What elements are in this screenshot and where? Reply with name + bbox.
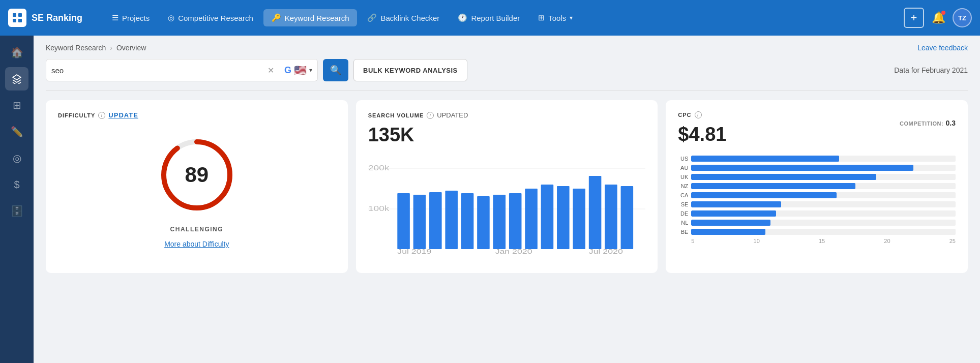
bar-fill-se [691,201,781,207]
nav-item-keyword[interactable]: 🔑 Keyword Research [263,9,358,26]
bar-row-se: SE [678,201,956,207]
svg-rect-12 [429,192,442,249]
sidebar-item-target[interactable]: ◎ [5,146,28,170]
top-navigation: SE Ranking ☰ Projects ◎ Competitive Rese… [0,0,980,36]
search-volume-label: SEARCH VOLUME [368,112,424,118]
svg-rect-15 [477,196,490,249]
logo[interactable]: SE Ranking [8,9,90,27]
bar-bg-nl [691,220,956,226]
cpc-info-icon[interactable]: i [695,111,702,118]
search-button[interactable]: 🔍 [323,59,348,81]
difficulty-status: CHALLENGING [58,226,336,233]
sidebar-item-layers[interactable] [5,67,28,90]
breadcrumb: Keyword Research › Overview Leave feedba… [46,44,968,52]
bar-row-nz: NZ [678,183,956,189]
volume-chart: 200k 100k [368,153,646,255]
nav-label-projects: Projects [122,14,150,22]
cpc-card: CPC i $4.81 COMPETITION: 0.3 US [666,100,968,273]
bar-row-us: US [678,156,956,162]
bar-row-de: DE [678,210,956,217]
svg-rect-0 [13,13,16,17]
search-icon: 🔍 [330,65,341,76]
svg-text:Jul 2020: Jul 2020 [588,248,622,255]
difficulty-update-link[interactable]: Update [108,111,138,119]
breadcrumb-parent[interactable]: Keyword Research [46,44,106,52]
bar-label-nz: NZ [678,183,688,189]
search-volume-header: SEARCH VOLUME i Updated [368,111,646,119]
bar-row-au: AU [678,165,956,171]
bar-bg-se [691,201,956,207]
bar-label-au: AU [678,165,688,171]
nav-item-tools[interactable]: ⊞ Tools ▾ [530,9,581,26]
nav-right: + 🔔 TZ [904,8,972,28]
svg-text:Jul 2019: Jul 2019 [397,248,431,255]
link-icon: 🔗 [367,13,377,22]
nav-item-backlink[interactable]: 🔗 Backlink Checker [359,9,448,26]
notification-dot [941,11,945,15]
bar-row-ca: CA [678,192,956,198]
difficulty-circle-wrap: 89 [58,134,336,216]
bar-label-uk: UK [678,174,688,180]
breadcrumb-current: Overview [116,44,146,52]
search-input-wrap: ✕ [46,59,280,81]
search-volume-status: Updated [437,111,468,119]
sidebar-item-database[interactable]: 🗄️ [5,199,28,223]
bar-label-us: US [678,156,688,162]
cpc-header: CPC i $4.81 COMPETITION: 0.3 [678,111,956,154]
competition-value: 0.3 [946,119,956,127]
chevron-down-icon: ▾ [309,67,312,74]
nav-label-keyword: Keyword Research [285,14,349,22]
svg-rect-11 [413,195,426,249]
search-input[interactable] [51,66,263,75]
svg-rect-13 [445,191,458,249]
grid-icon: ⊞ [538,13,545,22]
competition-label: COMPETITION: [900,120,943,127]
add-button[interactable]: + [904,8,924,28]
bar-bg-uk [691,174,956,180]
bar-bg-us [691,156,956,162]
difficulty-header: DIFFICULTY i Update [58,111,336,119]
search-volume-info-icon[interactable]: i [427,112,434,119]
nav-items: ☰ Projects ◎ Competitive Research 🔑 Keyw… [104,9,900,26]
sidebar-item-dollar[interactable]: $ [5,173,28,196]
clear-icon[interactable]: ✕ [268,66,274,75]
main-content: Keyword Research › Overview Leave feedba… [34,36,980,363]
bar-label-se: SE [678,201,688,207]
difficulty-circle: 89 [156,134,237,216]
bar-label-be: BE [678,229,688,235]
cpc-bar-chart: US AU UK [678,156,956,244]
cards-row: DIFFICULTY i Update 89 [46,100,968,273]
notification-bell[interactable]: 🔔 [929,9,947,27]
leave-feedback-link[interactable]: Leave feedback [917,44,968,52]
sidebar-item-dashboard[interactable]: ⊞ [5,94,28,117]
nav-item-report[interactable]: 🕐 Report Builder [450,9,528,26]
bar-bg-ca [691,192,956,198]
svg-rect-1 [18,13,22,17]
target-icon: ◎ [168,13,174,22]
sidebar-item-home[interactable]: 🏠 [5,41,28,64]
nav-label-report: Report Builder [471,14,520,22]
bulk-keyword-button[interactable]: BULK KEYWORD ANALYSIS [353,59,467,81]
bar-bg-nz [691,183,956,189]
svg-rect-10 [397,193,410,249]
bar-label-ca: CA [678,192,688,198]
difficulty-label: DIFFICULTY [58,112,95,118]
nav-item-projects[interactable]: ☰ Projects [104,9,158,26]
svg-text:200k: 200k [368,164,390,172]
bar-fill-nl [691,220,770,226]
competition-wrap: COMPETITION: 0.3 [900,118,956,128]
difficulty-card: DIFFICULTY i Update 89 [46,100,348,273]
svg-rect-2 [13,19,16,22]
avatar[interactable]: TZ [953,8,972,27]
nav-item-competitive[interactable]: ◎ Competitive Research [160,9,261,26]
bar-fill-au [691,165,913,171]
svg-rect-16 [493,195,506,249]
sidebar-item-edit[interactable]: ✏️ [5,120,28,143]
bar-label-nl: NL [678,220,688,226]
nav-label-competitive: Competitive Research [178,14,253,22]
difficulty-info-icon[interactable]: i [98,112,105,119]
google-flag-button[interactable]: G 🇺🇸 ▾ [279,59,318,81]
svg-text:100k: 100k [368,204,390,213]
svg-rect-3 [18,19,22,22]
more-about-difficulty-link[interactable]: More about Difficulty [58,240,336,248]
